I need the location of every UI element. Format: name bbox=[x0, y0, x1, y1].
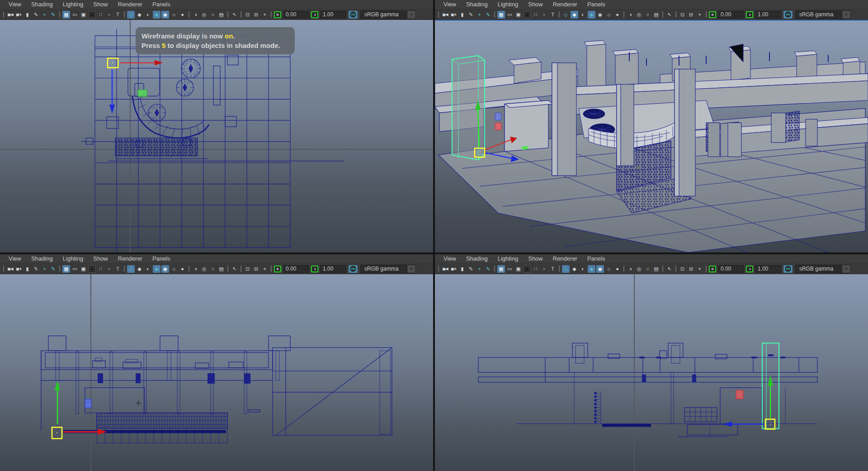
select-highlight-icon[interactable]: ↖ bbox=[665, 265, 673, 273]
safe-action-icon[interactable]: ▫ bbox=[540, 265, 548, 273]
field-chart-icon[interactable]: ∷ bbox=[97, 11, 104, 19]
isolate-select-icon[interactable]: ⊡ bbox=[244, 265, 251, 273]
gamma-dropdown[interactable]: sRGB gamma▼ bbox=[360, 265, 416, 273]
default-light-icon[interactable]: ☼ bbox=[170, 265, 178, 273]
menu-item-view[interactable]: View bbox=[4, 254, 26, 263]
safe-title-icon[interactable]: T bbox=[114, 11, 122, 19]
menu-item-renderer[interactable]: Renderer bbox=[548, 0, 582, 9]
camera-attributes-icon[interactable]: ◼∗ bbox=[15, 11, 23, 19]
dim-sphere-icon[interactable]: ● bbox=[179, 11, 186, 19]
safe-action-icon[interactable]: ▫ bbox=[105, 11, 113, 19]
chevron-down-icon[interactable]: ▼ bbox=[842, 265, 850, 273]
menu-item-shading[interactable]: Shading bbox=[461, 254, 493, 263]
camera-attributes-icon[interactable]: ◼∗ bbox=[450, 265, 458, 273]
contrast-toggle-icon[interactable]: ◑ bbox=[746, 11, 753, 18]
wire-cube-icon[interactable]: ◇ bbox=[562, 11, 570, 19]
xray-icon[interactable]: ◐ bbox=[144, 265, 152, 273]
select-highlight-icon[interactable]: ↖ bbox=[665, 11, 673, 19]
menu-item-panels[interactable]: Panels bbox=[582, 254, 610, 263]
viewport-canvas-top[interactable]: Wireframe display is now on. Press 5 to … bbox=[0, 20, 433, 252]
bookmarks-icon[interactable]: ▮ bbox=[458, 11, 466, 19]
exposure-field[interactable]: 0.00 bbox=[718, 11, 744, 19]
shadows-icon[interactable]: ◑ bbox=[627, 11, 634, 19]
shaded-cube-icon[interactable]: ◆ bbox=[136, 265, 143, 273]
gate-mask-icon[interactable]: ● bbox=[523, 265, 531, 273]
camera-pick-icon[interactable]: ⌖ bbox=[696, 11, 703, 19]
menu-item-view[interactable]: View bbox=[439, 254, 461, 263]
bookmarks-icon[interactable]: ▮ bbox=[458, 265, 466, 273]
film-gate-icon[interactable]: ▭ bbox=[71, 11, 79, 19]
wire-cube-icon[interactable]: ◇ bbox=[562, 265, 570, 273]
menu-item-view[interactable]: View bbox=[4, 0, 26, 9]
menu-item-panels[interactable]: Panels bbox=[147, 0, 175, 9]
select-camera-icon[interactable]: ◼◀ bbox=[441, 265, 449, 273]
isolate-add-icon[interactable]: ⊟ bbox=[687, 11, 695, 19]
chevron-down-icon[interactable]: ▼ bbox=[407, 265, 415, 273]
wire-cube-icon[interactable]: ◇ bbox=[127, 11, 135, 19]
xray-icon[interactable]: ◐ bbox=[579, 11, 587, 19]
exposure-toggle-icon[interactable]: ∗ bbox=[709, 266, 716, 272]
menu-item-panels[interactable]: Panels bbox=[582, 0, 610, 9]
image-plane-icon[interactable]: ✎ bbox=[32, 11, 40, 19]
isolate-select-icon[interactable]: ⊡ bbox=[679, 265, 686, 273]
field-chart-icon[interactable]: ∷ bbox=[532, 265, 539, 273]
contrast-toggle-icon[interactable]: ◑ bbox=[746, 266, 753, 272]
safe-title-icon[interactable]: T bbox=[549, 265, 557, 273]
menu-item-renderer[interactable]: Renderer bbox=[548, 254, 582, 263]
select-camera-icon[interactable]: ◼◀ bbox=[6, 265, 14, 273]
menu-item-shading[interactable]: Shading bbox=[26, 0, 58, 9]
gamma-dropdown[interactable]: sRGB gamma▼ bbox=[795, 265, 851, 273]
isolate-select-icon[interactable]: ⊡ bbox=[679, 11, 686, 19]
color-management-on-button[interactable]: ON bbox=[783, 11, 793, 19]
xray-icon[interactable]: ◐ bbox=[144, 11, 152, 19]
menu-item-lighting[interactable]: Lighting bbox=[493, 0, 524, 9]
image-plane-icon[interactable]: ✎ bbox=[467, 265, 475, 273]
film-gate-icon[interactable]: ▭ bbox=[506, 265, 514, 273]
bookmarks-icon[interactable]: ▮ bbox=[24, 265, 31, 273]
dim-sphere-icon[interactable]: ● bbox=[613, 265, 621, 273]
menu-item-renderer[interactable]: Renderer bbox=[113, 254, 147, 263]
xray-icon[interactable]: ◐ bbox=[579, 265, 587, 273]
gate-mask-icon[interactable]: ● bbox=[88, 11, 96, 19]
film-gate-icon[interactable]: ▭ bbox=[71, 265, 79, 273]
ambient-occlusion-icon[interactable]: ◎ bbox=[200, 11, 208, 19]
menu-item-shading[interactable]: Shading bbox=[26, 254, 58, 263]
render-thumb-icon[interactable]: ▤ bbox=[217, 265, 225, 273]
viewport-canvas-persp[interactable] bbox=[435, 20, 868, 252]
menu-item-lighting[interactable]: Lighting bbox=[58, 0, 89, 9]
image-plane-icon[interactable]: ✎ bbox=[32, 265, 40, 273]
select-camera-icon[interactable]: ◼◀ bbox=[441, 11, 449, 19]
motion-blur-icon[interactable]: ○ bbox=[644, 265, 651, 273]
gate-mask-icon[interactable]: ● bbox=[523, 11, 531, 19]
ambient-occlusion-icon[interactable]: ◎ bbox=[200, 265, 208, 273]
hex-cube-icon[interactable]: ◈ bbox=[153, 11, 160, 19]
shaded-cube-icon[interactable]: ◆ bbox=[571, 11, 578, 19]
isolate-add-icon[interactable]: ⊟ bbox=[252, 11, 260, 19]
viewport-canvas-front[interactable] bbox=[0, 274, 433, 471]
safe-title-icon[interactable]: T bbox=[114, 265, 122, 273]
gamma-dropdown[interactable]: sRGB gamma▼ bbox=[795, 10, 851, 19]
contrast-field[interactable]: 1.00 bbox=[320, 265, 346, 273]
contrast-toggle-icon[interactable]: ◑ bbox=[311, 266, 318, 272]
wire-cube-icon[interactable]: ◇ bbox=[127, 265, 135, 273]
camera-pick-icon[interactable]: ⌖ bbox=[261, 11, 269, 19]
render-thumb-icon[interactable]: ▤ bbox=[217, 11, 225, 19]
dim-sphere-icon[interactable]: ● bbox=[613, 11, 621, 19]
contrast-field[interactable]: 1.00 bbox=[755, 265, 781, 273]
grid-icon[interactable]: ▦ bbox=[497, 11, 505, 19]
isolate-add-icon[interactable]: ⊟ bbox=[687, 265, 695, 273]
menu-item-lighting[interactable]: Lighting bbox=[493, 254, 524, 263]
motion-blur-icon[interactable]: ○ bbox=[209, 265, 217, 273]
resolution-gate-icon[interactable]: ▣ bbox=[80, 11, 87, 19]
shadows-icon[interactable]: ◑ bbox=[192, 11, 199, 19]
menu-item-show[interactable]: Show bbox=[88, 0, 113, 9]
plane-handle[interactable] bbox=[138, 90, 147, 96]
render-thumb-icon[interactable]: ▤ bbox=[652, 265, 660, 273]
grease-pencil-icon[interactable]: ✎ bbox=[49, 11, 57, 19]
ambient-occlusion-icon[interactable]: ◎ bbox=[635, 265, 643, 273]
menu-item-view[interactable]: View bbox=[439, 0, 461, 9]
default-light-icon[interactable]: ☼ bbox=[605, 265, 613, 273]
hex-cube-icon[interactable]: ◈ bbox=[153, 265, 160, 273]
menu-item-shading[interactable]: Shading bbox=[461, 0, 493, 9]
motion-blur-icon[interactable]: ○ bbox=[644, 11, 651, 19]
